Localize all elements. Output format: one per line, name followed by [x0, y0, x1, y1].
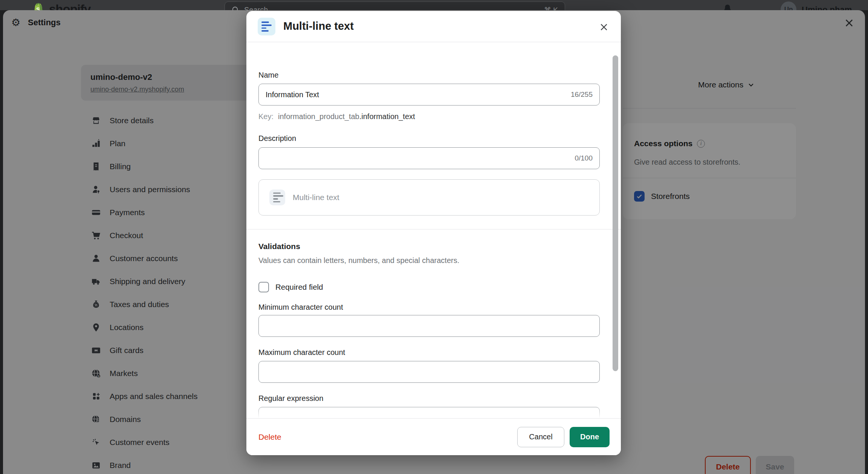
description-counter: 0/100 [575, 154, 593, 162]
modal-delete-button[interactable]: Delete [258, 433, 281, 442]
required-field-checkbox[interactable] [258, 282, 269, 292]
required-field-label: Required field [275, 283, 323, 292]
min-count-label: Minimum character count [258, 303, 343, 312]
name-label: Name [258, 71, 278, 80]
modal-scrollbar[interactable] [613, 55, 618, 371]
key-line: Key:information_product_tab.information_… [258, 112, 415, 121]
modal-footer: Delete Cancel Done [246, 418, 621, 455]
multiline-text-icon [258, 18, 275, 35]
modal-close-icon[interactable] [599, 22, 609, 32]
max-count-label: Maximum character count [258, 348, 345, 357]
name-counter: 16/255 [571, 90, 593, 99]
content-type-label: Multi-line text [293, 193, 339, 202]
description-label: Description [258, 134, 296, 143]
cancel-button[interactable]: Cancel [517, 427, 564, 447]
metafield-definition-modal: Multi-line text Name Information Text 16… [246, 11, 621, 455]
key-prefix: Key: [258, 112, 274, 121]
name-value: Information Text [266, 90, 319, 99]
multiline-text-type-icon [269, 190, 285, 205]
modal-body: Name Information Text 16/255 Key:informa… [246, 42, 621, 418]
modal-header: Multi-line text [246, 11, 621, 42]
name-input[interactable]: Information Text 16/255 [258, 84, 600, 106]
regex-label: Regular expression [258, 394, 323, 403]
content-type-card: Multi-line text [258, 179, 600, 216]
key-namespace: information_product_tab [278, 112, 359, 121]
done-button[interactable]: Done [570, 427, 610, 447]
modal-title: Multi-line text [283, 20, 354, 32]
min-count-input[interactable] [258, 315, 600, 337]
description-input[interactable]: 0/100 [258, 147, 600, 169]
validations-hint: Values can contain letters, numbers, and… [258, 256, 459, 265]
validations-title: Validations [258, 242, 300, 251]
max-count-input[interactable] [258, 361, 600, 383]
key-field: .information_text [359, 112, 415, 121]
section-divider [246, 229, 621, 229]
